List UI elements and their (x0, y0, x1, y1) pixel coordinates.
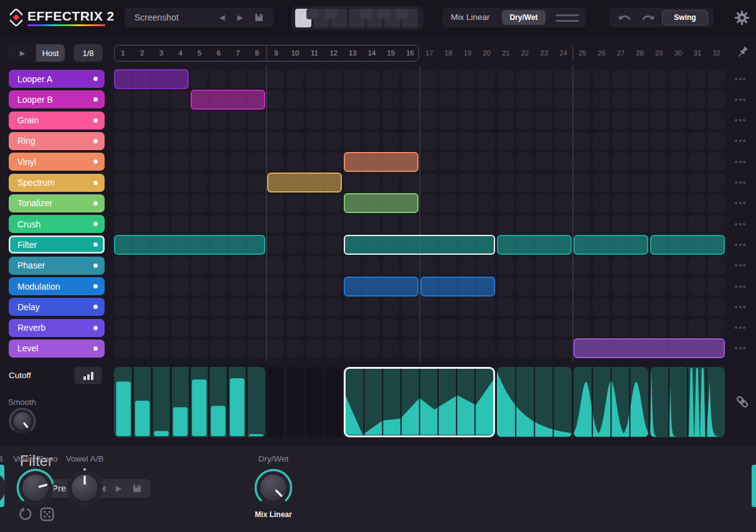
grid-block[interactable] (344, 152, 419, 172)
pattern-key-upper-4[interactable] (377, 9, 390, 19)
grid-cell[interactable] (459, 194, 476, 212)
grid-cell[interactable] (229, 153, 246, 171)
grid-cell[interactable] (133, 194, 150, 212)
grid-cell[interactable] (344, 215, 361, 233)
grid-cell[interactable] (593, 132, 610, 150)
grid-cell[interactable] (248, 319, 265, 337)
automation-empty-cell[interactable] (306, 367, 323, 437)
grid-cell[interactable] (114, 174, 131, 192)
grid-cell[interactable] (650, 174, 667, 192)
grid-cell[interactable] (133, 153, 150, 171)
grid-cell[interactable] (440, 112, 456, 130)
grid-block[interactable] (344, 193, 419, 213)
grid-cell[interactable] (593, 194, 610, 212)
grid-cell[interactable] (536, 112, 552, 130)
grid-cell[interactable] (324, 340, 341, 358)
grid-cell[interactable] (650, 215, 667, 233)
grid-cell[interactable] (153, 215, 169, 233)
grid-cell[interactable] (133, 215, 150, 233)
step-number[interactable]: 22 (516, 49, 534, 57)
automation-block[interactable] (650, 367, 725, 437)
grid-cell[interactable] (210, 194, 227, 212)
grid-cell[interactable] (574, 90, 590, 108)
effect-enable-dot[interactable] (93, 222, 98, 226)
grid-cell[interactable] (707, 298, 724, 316)
grid-cell[interactable] (650, 153, 667, 171)
grid-cell[interactable] (631, 257, 648, 275)
grid-cell[interactable] (191, 112, 207, 130)
grid-cell[interactable] (669, 298, 686, 316)
grid-cell[interactable] (171, 257, 188, 275)
grid-cell[interactable] (382, 112, 399, 130)
grid-cell[interactable] (267, 340, 284, 358)
effect-pill-filter[interactable]: Filter (9, 235, 105, 254)
grid-cell[interactable] (593, 153, 610, 171)
grid-block[interactable] (344, 277, 419, 297)
grid-cell[interactable] (536, 340, 552, 358)
grid-cell[interactable] (497, 215, 514, 233)
grid-cell[interactable] (344, 132, 361, 150)
grid-cell[interactable] (516, 277, 533, 295)
grid-cell[interactable] (669, 90, 686, 108)
grid-cell[interactable] (536, 215, 552, 233)
grid-cell[interactable] (324, 70, 341, 88)
grid-cell[interactable] (554, 215, 571, 233)
grid-cell[interactable] (191, 70, 207, 88)
grid-cell[interactable] (420, 90, 437, 108)
grid-cell[interactable] (612, 277, 629, 295)
grid-cell[interactable] (631, 70, 648, 88)
grid-cell[interactable] (689, 257, 706, 275)
grid-cell[interactable] (516, 174, 533, 192)
grid-cell[interactable] (459, 132, 476, 150)
grid-cell[interactable] (593, 112, 610, 130)
step-number[interactable]: 14 (362, 49, 381, 57)
grid-block[interactable] (574, 235, 649, 255)
grid-cell[interactable] (133, 132, 150, 150)
grid-cell[interactable] (382, 340, 399, 358)
grid-cell[interactable] (248, 174, 265, 192)
grid-cell[interactable] (574, 215, 590, 233)
grid-cell[interactable] (229, 319, 246, 337)
grid-cell[interactable] (593, 319, 610, 337)
grid-cell[interactable] (229, 174, 246, 192)
grid-cell[interactable] (114, 194, 131, 212)
step-number[interactable]: 16 (401, 49, 420, 57)
grid-cell[interactable] (401, 298, 418, 316)
step-number[interactable]: 2 (133, 49, 151, 57)
grid-cell[interactable] (324, 215, 341, 233)
grid-cell[interactable] (497, 319, 514, 337)
step-number[interactable]: 24 (554, 49, 573, 57)
grid-cell[interactable] (114, 277, 131, 295)
grid-cell[interactable] (210, 153, 227, 171)
grid-cell[interactable] (267, 319, 284, 337)
row-menu-button[interactable] (735, 223, 745, 226)
grid-cell[interactable] (650, 298, 667, 316)
grid-cell[interactable] (689, 174, 706, 192)
grid-cell[interactable] (133, 174, 150, 192)
grid-cell[interactable] (478, 112, 494, 130)
grid-cell[interactable] (286, 132, 303, 150)
row-menu-button[interactable] (735, 244, 745, 246)
step-number[interactable]: 12 (324, 49, 343, 57)
grid-cell[interactable] (440, 340, 456, 358)
row-menu-button[interactable] (735, 161, 745, 163)
grid-cell[interactable] (420, 319, 437, 337)
step-number[interactable]: 30 (669, 49, 687, 57)
effect-enable-dot[interactable] (93, 326, 98, 330)
grid-cell[interactable] (650, 277, 667, 295)
grid-cell[interactable] (536, 132, 552, 150)
grid-cell[interactable] (401, 257, 418, 275)
grid-cell[interactable] (497, 70, 514, 88)
effect-enable-dot[interactable] (93, 305, 98, 309)
grid-cell[interactable] (497, 112, 514, 130)
knob-dry-wet[interactable]: Dry/Wet (243, 454, 303, 513)
grid-cell[interactable] (363, 215, 380, 233)
grid-cell[interactable] (554, 90, 571, 108)
grid-cell[interactable] (497, 90, 514, 108)
grid-cell[interactable] (574, 298, 590, 316)
grid-cell[interactable] (306, 235, 323, 254)
grid-cell[interactable] (324, 132, 341, 150)
grid-cell[interactable] (248, 70, 265, 88)
grid-cell[interactable] (248, 340, 265, 358)
step-number[interactable]: 25 (573, 49, 592, 57)
